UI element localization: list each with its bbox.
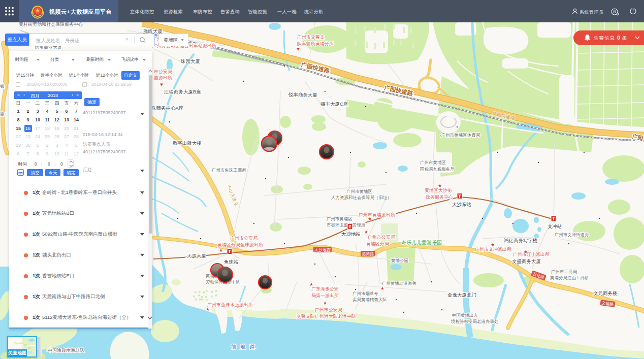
svg-text:·广州市黄埔区体育局: ·广州市黄埔区体育局 — [440, 133, 480, 138]
svg-text:珠商务中心A座: 珠商务中心A座 — [151, 105, 184, 111]
svg-text:大沙地西: 大沙地西 — [314, 248, 331, 252]
svg-text:国税局九税服务厅: 国税局九税服务厅 — [420, 167, 455, 172]
svg-text:港湾路: 港湾路 — [362, 252, 374, 256]
svg-text:中国黄埔出入: 中国黄埔出入 — [452, 313, 478, 318]
svg-text:骊丰大厦C座: 骊丰大厦C座 — [320, 101, 348, 107]
svg-text:黄埔公园: 黄埔公园 — [391, 258, 408, 263]
svg-text:·广州市文冲街道办: ·广州市文冲街道办 — [553, 232, 589, 237]
svg-text:黄埔区分局: 黄埔区分局 — [366, 241, 389, 246]
svg-text:大沙东站: 大沙东站 — [452, 202, 471, 207]
svg-text:市公安局: 市公安局 — [154, 69, 172, 74]
svg-text:奇乐儿儿童游乐园: 奇乐儿儿童游乐园 — [401, 240, 442, 245]
svg-text:交警支队广州港大队老港中队: 交警支队广州港大队老港中队 — [297, 314, 356, 319]
svg-text:大沙地站: 大沙地站 — [341, 231, 361, 237]
svg-text:珠园大厦: 珠园大厦 — [180, 58, 200, 64]
svg-text:·广州市黄埔区: ·广州市黄埔区 — [325, 216, 352, 221]
svg-text:·广州市鱼珠工商所: ·广州市鱼珠工商所 — [210, 168, 246, 173]
svg-text:广州市黄埔区: 广州市黄埔区 — [420, 160, 446, 165]
svg-text:·中国渔政南海总队: ·中国渔政南海总队 — [46, 348, 84, 353]
svg-text:黄村街劳动和社会保障服务中心: 黄村街劳动和社会保障服务中心 — [19, 22, 83, 27]
svg-text:队车管所黄埔分所: 队车管所黄埔分所 — [297, 41, 334, 46]
svg-text:境检验检疫局老港办事处: 境检验检疫局老港办事处 — [450, 319, 499, 324]
svg-text:广州市江山派出所: 广州市江山派出所 — [513, 252, 550, 257]
svg-text:前 航 道: 前 航 道 — [231, 344, 256, 350]
svg-text:金逸大厦北门: 金逸大厦北门 — [447, 292, 476, 298]
svg-text:卖局黄埔稽查大队: 卖局黄埔稽查大队 — [352, 297, 387, 302]
svg-text:广州市黄埔派出所: 广州市黄埔派出所 — [359, 212, 395, 217]
svg-text:悦丰商务大厦: 悦丰商务大厦 — [288, 92, 317, 97]
svg-text:黄埔分局江山工商桥: 黄埔分局江山工商桥 — [550, 275, 589, 280]
svg-text:银: 银 — [0, 84, 5, 89]
svg-text:市容环卫监督管理所: 市容环卫监督管理所 — [327, 222, 366, 227]
svg-text:广州市公安局: 广州市公安局 — [315, 307, 342, 312]
svg-text:文元商务楼: 文元商务楼 — [593, 290, 618, 296]
svg-text:文盛商务大厦: 文盛商务大厦 — [512, 258, 541, 264]
svg-text:鸿亿商务写字楼: 鸿亿商务写字楼 — [504, 238, 538, 243]
svg-text:广州市烟草专: 广州市烟草专 — [352, 291, 379, 296]
svg-text:文冲站: 文冲站 — [548, 223, 562, 229]
svg-text:广州市工商局: 广州市工商局 — [551, 269, 577, 274]
svg-text:天源大厦: 天源大厦 — [187, 253, 206, 258]
svg-text:广州市黄埔区: 广州市黄埔区 — [346, 189, 372, 194]
svg-text:广州市公安局: 广州市公安局 — [368, 235, 395, 240]
svg-text:广东海事公安: 广东海事公安 — [311, 286, 339, 291]
svg-text:广州市公安局: 广州市公安局 — [230, 236, 257, 241]
svg-text:鱼珠站: 鱼珠站 — [224, 259, 239, 265]
svg-text:·广州黄埔老港海关: ·广州黄埔老港海关 — [380, 281, 416, 286]
svg-text:黄埔区分局鱼珠派出所: 黄埔区分局鱼珠派出所 — [217, 242, 263, 247]
svg-text:商: 商 — [0, 112, 5, 117]
svg-text:吉源出所: 吉源出所 — [154, 75, 172, 80]
svg-text:黄埔区大沙街: 黄埔区大沙街 — [425, 188, 452, 193]
svg-text:政务服务中心: 政务服务中心 — [426, 194, 453, 200]
svg-text:广州市交警支: 广州市交警支 — [297, 35, 325, 40]
svg-text:广州市文冲派出所: 广州市文冲派出所 — [475, 247, 511, 252]
svg-text:数字出版大楼: 数字出版大楼 — [173, 140, 202, 146]
svg-text:江瑞商务大厦B座: 江瑞商务大厦B座 — [164, 89, 201, 94]
svg-text:局第一派出所: 局第一派出所 — [311, 293, 339, 298]
svg-text:广州市鱼珠水上派出所: 广州市鱼珠水上派出所 — [207, 302, 253, 307]
svg-text:人力资源和社会保障局（旧址）: 人力资源和社会保障局（旧址） — [331, 195, 392, 200]
